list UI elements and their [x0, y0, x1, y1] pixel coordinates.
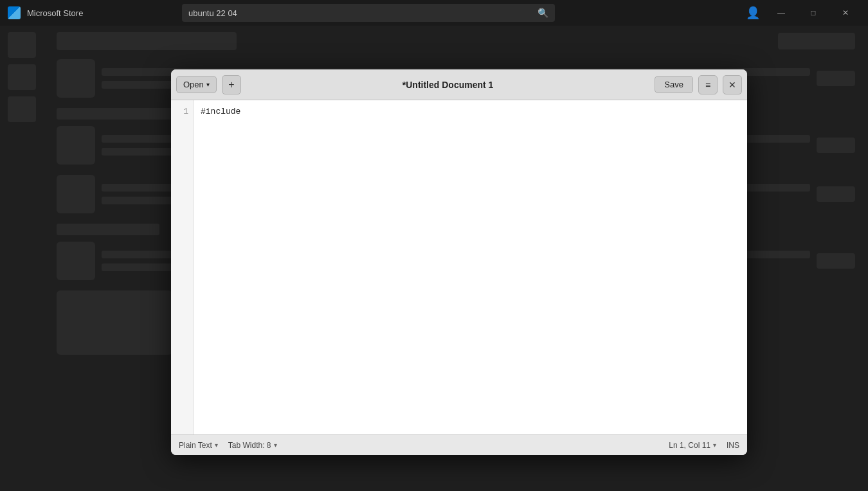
editor-statusbar: Plain Text ▾ Tab Width: 8 ▾ Ln 1, Col 11… [171, 434, 747, 455]
cursor-position[interactable]: Ln 1, Col 11 ▾ [669, 441, 716, 450]
line-number-1: 1 [183, 105, 188, 118]
editor-textarea[interactable]: #include [194, 100, 747, 434]
tab-width-selector[interactable]: Tab Width: 8 ▾ [228, 441, 277, 450]
tab-width-label: Tab Width: 8 [228, 441, 271, 450]
save-button[interactable]: Save [655, 76, 693, 93]
position-dropdown-arrow: ▾ [713, 442, 716, 449]
language-selector[interactable]: Plain Text ▾ [179, 441, 218, 450]
open-dropdown-arrow: ▾ [206, 81, 210, 88]
new-tab-icon: + [228, 79, 234, 91]
language-label: Plain Text [179, 441, 212, 450]
language-dropdown-arrow: ▾ [215, 442, 218, 449]
position-label: Ln 1, Col 11 [669, 441, 710, 450]
editor-title: *Untitled Document 1 [246, 80, 650, 90]
new-tab-button[interactable]: + [222, 75, 241, 94]
tab-width-dropdown-arrow: ▾ [274, 442, 277, 449]
open-button-label: Open [183, 80, 204, 89]
close-icon: ✕ [728, 80, 736, 90]
ins-label: INS [727, 441, 739, 450]
menu-button[interactable]: ≡ [698, 75, 718, 94]
editor-headerbar: Open ▾ + *Untitled Document 1 Save ≡ ✕ [171, 69, 747, 100]
insert-mode-indicator: INS [727, 441, 739, 450]
text-editor-window: Open ▾ + *Untitled Document 1 Save ≡ ✕ 1… [171, 69, 747, 455]
hamburger-icon: ≡ [705, 80, 710, 90]
editor-close-button[interactable]: ✕ [723, 75, 742, 94]
editor-body: 1 #include [171, 100, 747, 434]
dialog-overlay: Open ▾ + *Untitled Document 1 Save ≡ ✕ 1… [0, 0, 868, 491]
line-numbers: 1 [171, 100, 194, 434]
save-button-label: Save [664, 80, 683, 89]
open-button[interactable]: Open ▾ [176, 76, 217, 93]
